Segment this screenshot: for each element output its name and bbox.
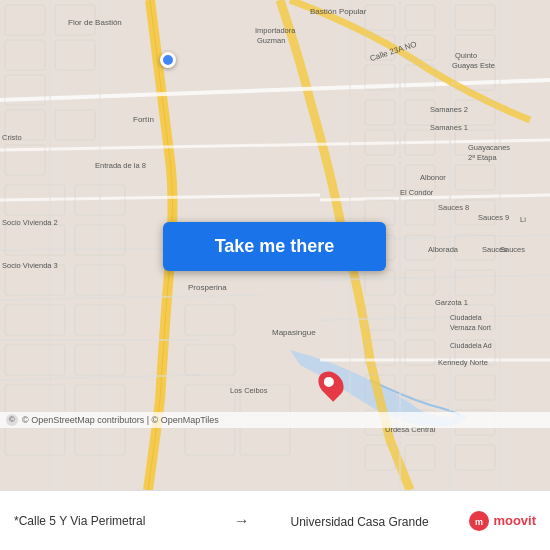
svg-text:Ciudadela: Ciudadela <box>450 314 482 321</box>
svg-text:Bastión Popular: Bastión Popular <box>310 7 367 16</box>
destination-text: Universidad Casa Grande <box>290 515 428 529</box>
svg-text:Mapasingue: Mapasingue <box>272 328 316 337</box>
svg-text:Vernaza Nort: Vernaza Nort <box>450 324 491 331</box>
map-attribution: © © OpenStreetMap contributors | © OpenM… <box>0 412 550 428</box>
svg-text:Alborada: Alborada <box>428 245 459 254</box>
svg-text:Sauces: Sauces <box>500 245 525 254</box>
svg-text:Garzota 1: Garzota 1 <box>435 298 468 307</box>
destination-marker <box>320 370 342 398</box>
origin-text: *Calle 5 Y Via Perimetral <box>14 514 145 528</box>
svg-text:Samanes 2: Samanes 2 <box>430 105 468 114</box>
moovit-logo: m moovit <box>469 511 536 531</box>
svg-text:Socio Vivienda 2: Socio Vivienda 2 <box>2 218 58 227</box>
moovit-text: moovit <box>493 513 536 528</box>
svg-text:Li: Li <box>520 215 526 224</box>
bottom-bar: *Calle 5 Y Via Perimetral → Universidad … <box>0 490 550 550</box>
svg-text:Fortín: Fortín <box>133 115 154 124</box>
attribution-text: © OpenStreetMap contributors | © OpenMap… <box>22 415 219 425</box>
svg-text:Prosperina: Prosperina <box>188 283 227 292</box>
svg-text:Los Ceibos: Los Ceibos <box>230 386 268 395</box>
attribution-circle: © <box>6 414 18 426</box>
origin-marker <box>160 52 176 68</box>
map-container: Flor de Bastión Bastión Popular Importad… <box>0 0 550 490</box>
svg-text:Sauces 8: Sauces 8 <box>438 203 469 212</box>
svg-text:Flor de Bastión: Flor de Bastión <box>68 18 122 27</box>
svg-text:Sauces 9: Sauces 9 <box>478 213 509 222</box>
take-me-there-button[interactable]: Take me there <box>163 222 386 271</box>
svg-text:2ª Etapa: 2ª Etapa <box>468 153 497 162</box>
button-label: Take me there <box>215 236 335 257</box>
svg-text:Guzman: Guzman <box>257 36 285 45</box>
svg-text:Entrada de la 8: Entrada de la 8 <box>95 161 146 170</box>
arrow-icon: → <box>234 512 250 530</box>
svg-text:Guayacanes: Guayacanes <box>468 143 510 152</box>
svg-text:Cristo: Cristo <box>2 133 22 142</box>
svg-text:Albonor: Albonor <box>420 173 446 182</box>
moovit-icon: m <box>469 511 489 531</box>
svg-text:El Condor: El Condor <box>400 188 434 197</box>
origin-section: *Calle 5 Y Via Perimetral <box>14 514 234 528</box>
svg-text:Socio Vivienda 3: Socio Vivienda 3 <box>2 261 58 270</box>
svg-text:m: m <box>475 517 483 527</box>
svg-text:Samanes 1: Samanes 1 <box>430 123 468 132</box>
svg-text:Kennedy Norte: Kennedy Norte <box>438 358 488 367</box>
svg-text:Importadora: Importadora <box>255 26 296 35</box>
svg-text:Guayas Este: Guayas Este <box>452 61 495 70</box>
svg-text:Ciudadela Ad: Ciudadela Ad <box>450 342 492 349</box>
svg-text:Quinto: Quinto <box>455 51 477 60</box>
